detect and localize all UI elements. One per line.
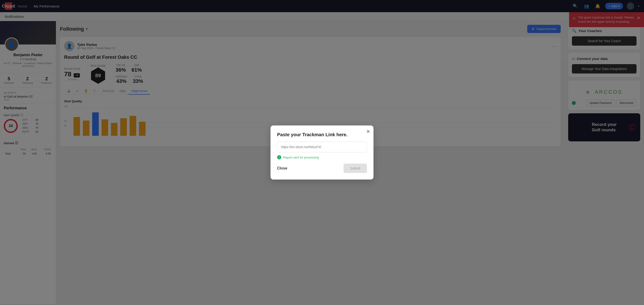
success-message: Report sent for processing — [283, 156, 319, 159]
modal-close-button[interactable]: Close — [277, 164, 287, 173]
trackman-link-input[interactable] — [277, 142, 367, 152]
modal-footer: Close Submit — [277, 164, 367, 173]
modal-title: Paste your Trackman Link here. — [277, 132, 367, 138]
modal-overlay[interactable]: ✕ Paste your Trackman Link here. ✓ Repor… — [0, 0, 644, 305]
trackman-modal: ✕ Paste your Trackman Link here. ✓ Repor… — [270, 126, 374, 180]
success-row: ✓ Report sent for processing — [277, 155, 367, 160]
modal-submit-button[interactable]: Submit — [344, 164, 367, 173]
modal-close-x-button[interactable]: ✕ — [366, 129, 370, 134]
success-checkmark-icon: ✓ — [277, 155, 281, 160]
